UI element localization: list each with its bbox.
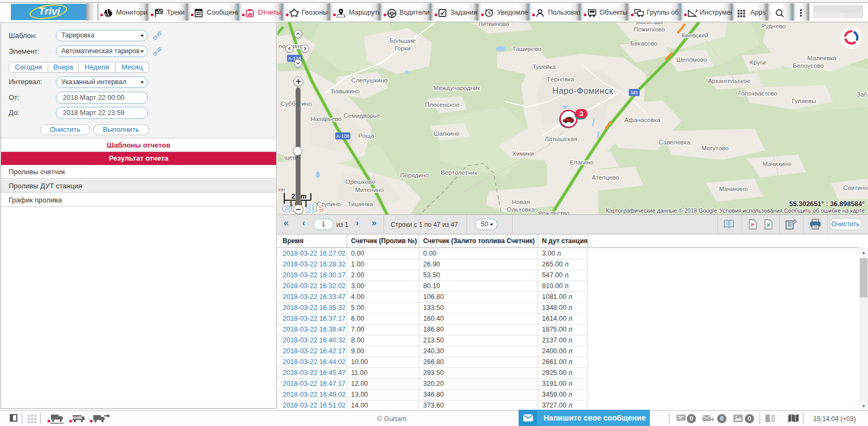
svg-text:Афанасовка: Афанасовка <box>624 117 661 123</box>
svg-text:Савеловка: Савеловка <box>659 139 690 145</box>
svg-text:Мачихино: Мачихино <box>719 186 748 192</box>
svg-text:55.302651° : 36.898584°: 55.302651° : 36.898584° <box>789 200 865 208</box>
svg-text:Свитино: Свитино <box>843 185 867 191</box>
svg-text:Митенино: Митенино <box>355 187 384 193</box>
svg-text:Архангельское: Архангельское <box>708 78 751 84</box>
svg-text:Тёрновка: Тёрновка <box>547 76 575 82</box>
svg-text:X: X <box>767 222 770 227</box>
svg-text:P: P <box>751 222 755 227</box>
svg-text:Турейка: Турейка <box>533 63 556 70</box>
svg-text:Латышская: Латышская <box>545 136 577 142</box>
svg-text:Могутово: Могутово <box>701 145 729 151</box>
svg-text:Белоусово: Белоусово <box>793 62 824 69</box>
svg-text:Бекасово: Бекасово <box>630 40 658 47</box>
svg-text:разъезда: разъезда <box>636 22 663 25</box>
svg-text:Сообщить об ошибке на карте: Сообщить об ошибке на карте <box>784 207 865 214</box>
svg-text:Плесенское: Плесенское <box>425 101 459 108</box>
svg-text:Таширово: Таширово <box>512 46 541 52</box>
svg-text:NAME: NAME <box>72 416 82 419</box>
svg-text:Голохвастово: Голохвастово <box>738 90 778 97</box>
svg-text:Новая: Новая <box>512 199 529 205</box>
svg-text:Орешково: Орешково <box>346 179 375 185</box>
svg-text:Круги: Круги <box>750 59 765 66</box>
svg-text:Наро-Фоминск: Наро-Фоминск <box>552 86 614 96</box>
svg-text:Бавыкино: Бавыкино <box>331 88 360 94</box>
svg-text:Шеломово: Шеломово <box>676 56 707 63</box>
svg-text:А-108: А-108 <box>336 133 349 139</box>
svg-text:Шапкино: Шапкино <box>433 130 459 137</box>
svg-text:Пожитково: Пожитково <box>634 26 665 33</box>
svg-text:Киевский: Киевский <box>681 32 708 39</box>
svg-text:Большие: Большие <box>390 37 416 44</box>
svg-text:Слепушкино: Слепушкино <box>352 77 388 84</box>
svg-text:Роща: Роща <box>358 132 374 139</box>
svg-text:Вертолетчик: Вертолетчик <box>441 169 478 176</box>
svg-text:Семидворье: Семидворье <box>344 112 380 119</box>
svg-text:Химики: Химики <box>512 150 534 157</box>
svg-text:Условия использования: Условия использования <box>719 207 783 214</box>
svg-text:Мачихино: Мачихино <box>762 161 791 167</box>
svg-text:М3: М3 <box>631 90 638 96</box>
svg-text:Ольховка: Ольховка <box>507 206 535 213</box>
svg-text:3: 3 <box>579 110 583 118</box>
svg-text:Картографические данные © 2018: Картографические данные © 2018 Google <box>606 207 717 214</box>
svg-text:Малеевка: Малеевка <box>807 55 837 61</box>
svg-text:Руднево: Руднево <box>762 23 786 29</box>
svg-text:Горки: Горки <box>394 45 411 52</box>
svg-text:Назарьево: Назарьево <box>310 116 341 122</box>
svg-text:Рождество: Рождество <box>538 210 570 214</box>
svg-text:Заб: Заб <box>857 91 867 98</box>
svg-text:Елагино: Елагино <box>570 159 593 166</box>
svg-text:нн: нн <box>278 186 285 193</box>
svg-text:Тишинка: Тишинка <box>348 201 373 207</box>
svg-text:Гуляевы: Гуляевы <box>792 98 816 104</box>
svg-text:Порядино: Порядино <box>400 172 429 179</box>
svg-text:Международник: Международник <box>433 85 481 91</box>
svg-text:Литвиново: Литвиново <box>478 22 509 27</box>
svg-text:Атепцево: Атепцево <box>592 174 619 181</box>
